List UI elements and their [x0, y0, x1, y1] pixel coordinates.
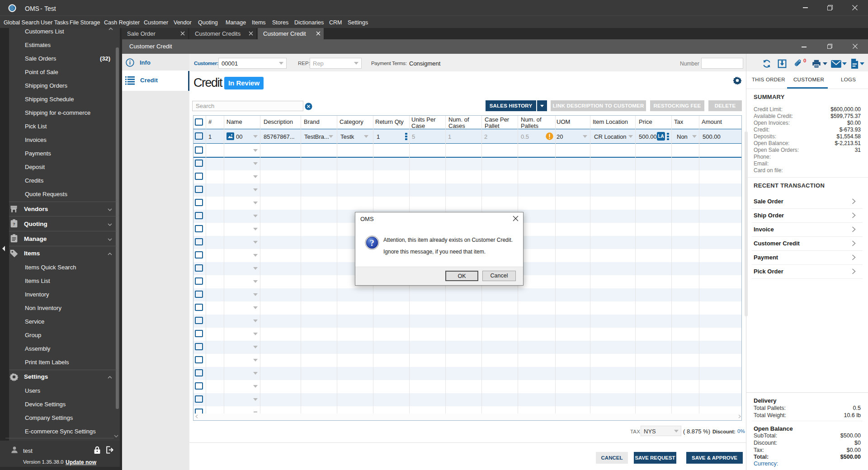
- svg-text:?: ?: [13, 221, 15, 226]
- svg-text:?: ?: [370, 238, 374, 248]
